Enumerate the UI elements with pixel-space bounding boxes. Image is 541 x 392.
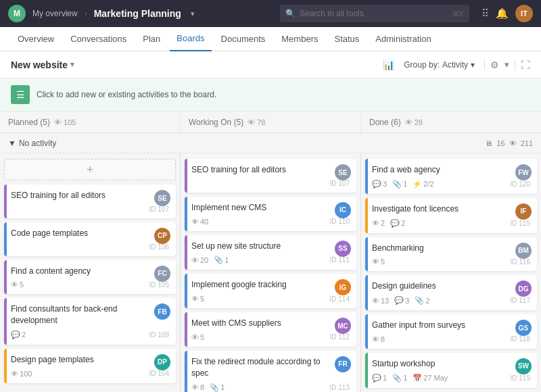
search-icon: 🔍 bbox=[285, 9, 296, 18]
app-logo: M bbox=[8, 5, 26, 22]
global-search[interactable]: 🔍 ⌘K bbox=[280, 5, 469, 22]
card-avatar-d3: BM bbox=[515, 243, 532, 259]
group-by-chevron-icon: ▾ bbox=[471, 60, 475, 70]
card-find-consultants[interactable]: Find consultants for back-end developmen… bbox=[4, 298, 176, 345]
card-footer-d5: 👁8 ID 118 bbox=[372, 335, 530, 343]
card-gather-surveys[interactable]: Gather input from surveys GS 👁8 ID 118 bbox=[365, 314, 537, 349]
card-design-page-templates[interactable]: Design page templates DP 👁100 ID 104 bbox=[4, 349, 176, 383]
nav-item-documents[interactable]: Documents bbox=[214, 27, 273, 51]
activity-toggle[interactable]: ▼ No activity bbox=[8, 139, 56, 148]
chevron-icon[interactable]: ▾ bbox=[504, 59, 509, 70]
meta-date-d6: 📅27 May bbox=[413, 374, 448, 383]
card-title-seo-training-planned: SEO training for all editors bbox=[11, 190, 169, 201]
planned-metric-value: 105 bbox=[64, 118, 76, 126]
card-seo-training-planned[interactable]: SEO training for all editors SE ID 107 bbox=[4, 185, 176, 218]
user-avatar[interactable]: IT bbox=[515, 5, 533, 22]
grid-icon[interactable]: ⠿ bbox=[481, 7, 489, 20]
settings-icon[interactable]: ⚙ bbox=[490, 59, 499, 70]
card-meta-d4: 👁13 💬3 📎2 bbox=[372, 296, 511, 305]
card-avatar-w3: SS bbox=[335, 241, 351, 257]
card-meta-w2: 👁40 bbox=[191, 218, 330, 226]
card-google-tracking[interactable]: Implement google tracking IG 👁5 ID 114 bbox=[185, 274, 356, 308]
card-id-d1: ID 120 bbox=[511, 180, 530, 188]
nav-item-plan[interactable]: Plan bbox=[136, 27, 167, 51]
search-input[interactable] bbox=[300, 9, 448, 18]
card-meta-d2: 👁2 💬2 bbox=[372, 219, 511, 228]
fullscreen-icon[interactable]: ⛶ bbox=[521, 59, 530, 70]
card-code-page-templates[interactable]: Code page templates CP ID 106 bbox=[4, 222, 176, 256]
card-footer-4: 💬2 ID 109 bbox=[11, 330, 169, 339]
nav-item-conversations[interactable]: Conversations bbox=[64, 27, 133, 51]
card-id-w6: ID 113 bbox=[330, 384, 350, 391]
card-bar-working-5 bbox=[185, 312, 187, 347]
nav-item-boards[interactable]: Boards bbox=[170, 27, 211, 51]
card-footer-d2: 👁2 💬2 ID 115 bbox=[372, 219, 530, 228]
card-find-content-agency[interactable]: Find a content agency FC 👁5 ID 105 bbox=[4, 260, 176, 295]
board-title[interactable]: New website ▾ bbox=[11, 59, 74, 70]
add-card-planned-button[interactable]: + bbox=[4, 159, 176, 180]
card-id-3: ID 105 bbox=[149, 281, 169, 289]
card-footer-d3: 👁5 ID 116 bbox=[372, 258, 530, 266]
card-footer-d4: 👁13 💬3 📎2 ID 117 bbox=[372, 296, 530, 305]
header-divider bbox=[484, 59, 485, 70]
group-by-button[interactable]: Group by: Activity ▾ bbox=[400, 58, 479, 72]
card-startup-workshop[interactable]: Startup workshop SW 💬1 📎1 📅27 May ID 119 bbox=[365, 353, 537, 388]
card-footer-3: 👁5 ID 105 bbox=[11, 280, 169, 289]
card-design-guidelines[interactable]: Design guidelines DG 👁13 💬3 📎2 ID 117 bbox=[365, 275, 537, 310]
card-meta-w6: 👁8 📎1 bbox=[191, 383, 330, 392]
card-redirect-module[interactable]: Fix the redirect module according to spe… bbox=[185, 351, 356, 392]
nav-item-overview[interactable]: Overview bbox=[11, 27, 61, 51]
card-footer-w5: 👁5 ID 112 bbox=[191, 333, 350, 341]
chart-icon[interactable]: 📊 bbox=[383, 59, 394, 70]
activity-row: ▼ No activity 🖥 16 👁 211 bbox=[0, 133, 541, 153]
card-site-structure[interactable]: Set up new site structure SS 👁20 📎1 ID 1… bbox=[185, 235, 356, 270]
top-bar-icons: ⠿ 🔔 IT bbox=[481, 5, 533, 22]
card-implement-cms[interactable]: Implement new CMS IC 👁40 ID 110 bbox=[185, 197, 356, 231]
activity-label: No activity bbox=[19, 139, 56, 148]
card-find-web-agency[interactable]: Find a web agency FW 💬3 📎1 ⚡2/2 ID 120 bbox=[365, 159, 537, 194]
card-id-w4: ID 114 bbox=[330, 295, 350, 303]
meta-eye-d4: 👁13 bbox=[372, 297, 389, 305]
card-bar-done-2 bbox=[365, 198, 368, 233]
card-meta-w3: 👁20 📎1 bbox=[191, 255, 330, 264]
meta-attach-d6: 📎1 bbox=[392, 374, 407, 383]
card-meta-d6: 💬1 📎1 📅27 May bbox=[372, 374, 511, 383]
card-cms-suppliers[interactable]: Meet with CMS suppliers MC 👁5 ID 112 bbox=[185, 312, 356, 347]
card-font-licences[interactable]: Investigate font licences IF 👁2 💬2 ID 11… bbox=[365, 198, 537, 233]
card-footer-w2: 👁40 ID 110 bbox=[191, 218, 350, 226]
card-meta-3: 👁5 bbox=[11, 280, 149, 289]
meta-eye-2: 👁100 bbox=[11, 370, 32, 378]
nav-item-administration[interactable]: Administration bbox=[369, 27, 438, 51]
card-title-seo-working: SEO training for all editors bbox=[191, 164, 350, 176]
card-footer-w4: 👁5 ID 114 bbox=[191, 295, 350, 303]
card-avatar-d4: DG bbox=[515, 280, 532, 297]
nav-item-members[interactable]: Members bbox=[275, 27, 325, 51]
card-id-w2: ID 110 bbox=[330, 218, 350, 225]
board-title-text: New website bbox=[11, 59, 68, 70]
search-shortcut: ⌘K bbox=[452, 10, 464, 18]
done-label: Done (6) bbox=[369, 118, 401, 127]
title-chevron-icon[interactable]: ▾ bbox=[191, 9, 195, 18]
activity-toggle-arrow: ▼ bbox=[8, 139, 16, 148]
card-seo-training-working[interactable]: SEO training for all editors SE ID 107 bbox=[185, 159, 356, 193]
bell-icon[interactable]: 🔔 bbox=[496, 7, 509, 20]
board-title-chevron-icon[interactable]: ▾ bbox=[70, 60, 74, 69]
card-footer-5: 👁100 ID 104 bbox=[11, 370, 169, 378]
breadcrumb-separator: › bbox=[85, 9, 87, 18]
overview-link[interactable]: My overview bbox=[32, 9, 78, 18]
card-bar-working-2 bbox=[185, 197, 187, 231]
card-bar-planned-2 bbox=[4, 222, 7, 256]
meta-eye-d5: 👁8 bbox=[372, 335, 385, 343]
card-title-benchmarking: Benchmarking bbox=[372, 243, 530, 254]
card-avatar-w4: IG bbox=[335, 279, 351, 295]
eye-icon-2: 👁 bbox=[248, 118, 255, 126]
card-meta-4: 💬2 bbox=[11, 330, 149, 339]
board-area: + SEO training for all editors SE ID 107… bbox=[0, 153, 541, 392]
card-id-1: ID 107 bbox=[149, 205, 169, 213]
card-avatar-w5: MC bbox=[335, 318, 351, 334]
card-footer-2: ID 106 bbox=[11, 243, 169, 251]
card-id-d3: ID 116 bbox=[511, 258, 530, 266]
card-benchmarking[interactable]: Benchmarking BM 👁5 ID 116 bbox=[365, 237, 537, 272]
meta-comment-d6: 💬1 bbox=[372, 374, 387, 383]
nav-item-status[interactable]: Status bbox=[327, 27, 366, 51]
